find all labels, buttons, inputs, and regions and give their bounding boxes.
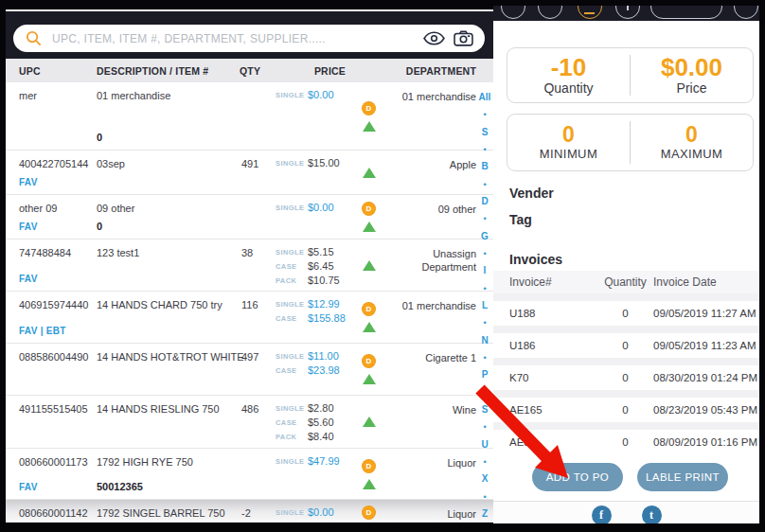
item-description: 1792 HIGH RYE 750 xyxy=(97,456,234,468)
price-cell: SINGLE $0.00 xyxy=(272,195,347,239)
invoice-row[interactable]: U186 0 09/05/2019 11:23 AM xyxy=(493,333,759,358)
description-cell: 01 merchandise 0 xyxy=(97,82,234,150)
alpha-index-letter[interactable]: Z xyxy=(482,509,488,519)
price-line: SINGLE $0.00 xyxy=(276,202,347,213)
price-value: $0.00 xyxy=(308,89,334,100)
table-row[interactable]: 747488484 FAV 123 test1 38 SINGLE $5.15 … xyxy=(6,239,493,292)
price-cell: SINGLE $11.00 CASE $23.98 xyxy=(272,344,347,395)
upc-cell: 400422705144 FAV xyxy=(6,151,97,194)
alpha-index-letter[interactable]: B xyxy=(481,162,488,171)
invoice-date: 08/09/2019 01:16 PM xyxy=(653,436,759,448)
table-row[interactable]: 088586004490 14 HANDS HOT&TROT WHITE 497… xyxy=(6,344,493,396)
search-bar[interactable] xyxy=(13,25,485,52)
eye-icon[interactable] xyxy=(423,31,445,45)
facebook-icon[interactable]: f xyxy=(592,505,612,525)
table-row[interactable]: 491155515405 14 HANDS RIESLING 750 486 S… xyxy=(6,396,493,449)
table-row[interactable]: 080660001142 1792 SINGEL BARREL 750 -2 S… xyxy=(6,500,493,523)
qty-value xyxy=(234,195,272,239)
upc-value: 080660001173 xyxy=(19,456,97,468)
label-print-button[interactable]: LABLE PRINT xyxy=(637,463,728,491)
quantity-price-card: -10 Quantity $0.00 Price xyxy=(507,47,754,103)
qty-value: 497 xyxy=(234,344,272,395)
fav-badge: FAV xyxy=(19,177,97,187)
table-row[interactable]: other 09 FAV 09 other 0 SINGLE $0.00 D 0… xyxy=(6,195,493,239)
alpha-index-letter[interactable]: D xyxy=(481,197,488,206)
discount-coin-icon: D xyxy=(362,459,376,473)
item-number: 0 xyxy=(97,221,234,232)
qty-value xyxy=(234,449,272,499)
item-number: 0 xyxy=(97,132,234,143)
invoice-quantity: 0 xyxy=(597,404,653,416)
quantity-box: -10 Quantity xyxy=(507,48,630,102)
toolbar-info-button[interactable] xyxy=(615,6,640,19)
alpha-index-letter[interactable]: G xyxy=(481,232,489,241)
camera-icon[interactable] xyxy=(454,30,473,46)
alpha-index-letter[interactable]: L xyxy=(482,301,488,310)
flags-cell xyxy=(347,396,390,448)
invoice-row[interactable]: AE165 0 08/23/2019 05:43 PM xyxy=(493,398,759,422)
description-cell: 03sep xyxy=(97,151,234,194)
toolbar-button-3[interactable] xyxy=(734,6,758,19)
invoice-number: AE165 xyxy=(509,404,597,416)
maximum-label: MAXIMUM xyxy=(661,147,723,161)
toolbar-button-2[interactable] xyxy=(538,6,562,19)
alpha-index-dot: • xyxy=(483,424,486,430)
table-row[interactable]: 406915974440 FAV | EBT 14 HANDS CHARD 75… xyxy=(6,292,493,344)
price-value: $23.98 xyxy=(308,364,340,376)
toolbar-pill-button[interactable] xyxy=(650,6,722,19)
invoice-date-header: Invoice Date xyxy=(653,275,759,289)
alpha-index-letter[interactable]: S xyxy=(482,128,489,137)
table-row[interactable]: 080660001173 FAV 1792 HIGH RYE 750 50012… xyxy=(6,449,493,500)
price-box: $0.00 Price xyxy=(631,48,753,102)
column-header-upc: UPC xyxy=(6,65,97,77)
upc-cell: 080660001173 FAV xyxy=(6,449,97,499)
top-toolbar xyxy=(493,6,759,21)
vender-field-label: Vender xyxy=(509,186,759,202)
table-row[interactable]: mer 01 merchandise 0 SINGLE $0.00 D 01 m… xyxy=(6,82,493,151)
alpha-index-letter[interactable]: P xyxy=(482,370,489,380)
invoice-quantity: 0 xyxy=(597,436,653,448)
flags-cell: D xyxy=(347,292,390,343)
price-line: SINGLE $0.00 xyxy=(276,506,347,518)
item-description: 14 HANDS CHARD 750 try xyxy=(97,299,234,310)
toolbar-button-active[interactable] xyxy=(578,6,602,19)
alpha-index-letter[interactable]: All xyxy=(479,93,491,102)
trend-up-icon xyxy=(363,168,376,178)
invoice-row[interactable]: U188 0 09/05/2019 11:27 AM xyxy=(493,301,759,326)
alpha-index-letter[interactable]: X xyxy=(482,474,489,484)
price-value: $8.40 xyxy=(308,431,334,442)
price-tier-label: SINGLE xyxy=(276,457,308,466)
table-row[interactable]: 400422705144 FAV 03sep 491 SINGLE $15.00… xyxy=(6,151,493,195)
price-value: $5.15 xyxy=(308,246,334,257)
price-line: SINGLE $5.15 xyxy=(276,246,347,257)
price-value: $155.88 xyxy=(308,312,346,324)
alphabet-index: All•S•B•D•G•I•L•N•P•S•U•X•Z xyxy=(477,93,492,519)
invoice-row[interactable]: K70 0 08/30/2019 01:24 PM xyxy=(493,365,759,390)
price-label: Price xyxy=(677,80,707,96)
add-to-po-button[interactable]: ADD TO PO xyxy=(532,463,623,491)
search-input[interactable] xyxy=(50,31,415,46)
item-description: 14 HANDS RIESLING 750 xyxy=(97,403,234,415)
alpha-index-letter[interactable]: N xyxy=(481,336,488,346)
search-header xyxy=(6,11,493,59)
item-table-body: mer 01 merchandise 0 SINGLE $0.00 D 01 m… xyxy=(6,82,493,523)
alpha-index-letter[interactable]: U xyxy=(481,440,488,450)
upc-cell: 406915974440 FAV | EBT xyxy=(6,292,97,343)
price-value: $0.00 xyxy=(308,506,334,518)
invoice-row[interactable]: AE8 0 08/09/2019 01:16 PM xyxy=(493,430,759,454)
twitter-icon[interactable]: t xyxy=(642,505,662,525)
item-description: 1792 SINGEL BARREL 750 xyxy=(97,507,234,519)
min-max-card: 0 MINIMUM 0 MAXIMUM xyxy=(507,114,754,171)
maximum-box: 0 MAXIMUM xyxy=(631,115,753,170)
invoice-quantity: 0 xyxy=(597,372,653,383)
price-value: $2.80 xyxy=(308,402,334,414)
alpha-index-letter[interactable]: S xyxy=(482,405,489,415)
fav-badge: FAV | EBT xyxy=(19,326,97,336)
alpha-index-letter[interactable]: I xyxy=(484,266,487,275)
upc-cell: 080660001142 xyxy=(6,500,97,523)
invoice-date: 09/05/2019 11:27 AM xyxy=(653,308,759,319)
upc-cell: 747488484 FAV xyxy=(6,239,97,291)
toolbar-button-1[interactable] xyxy=(501,6,525,19)
item-list-panel: UPC DESCRIPTION / ITEM # QTY PRICE DEPAR… xyxy=(6,9,493,523)
flags-cell: D xyxy=(347,195,390,239)
